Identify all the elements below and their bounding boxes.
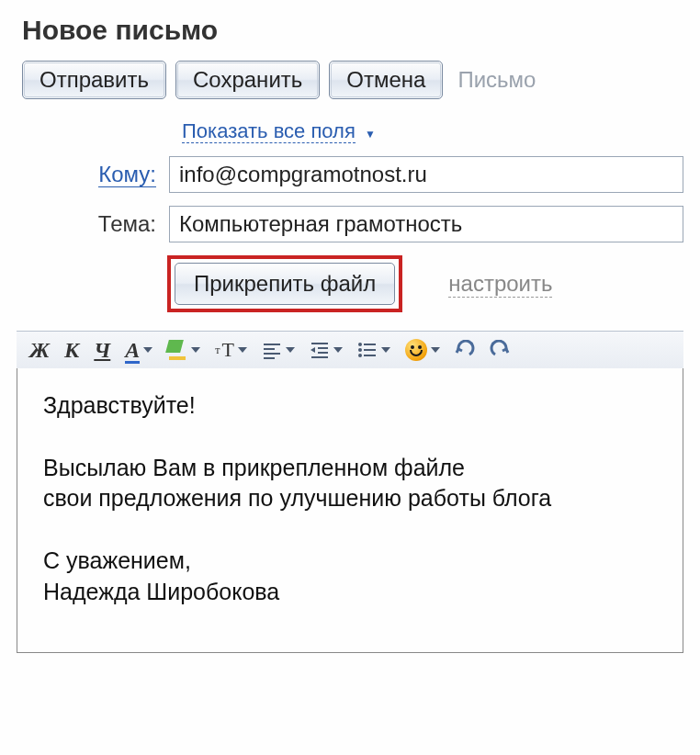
undo-icon xyxy=(455,340,475,360)
align-button[interactable] xyxy=(258,338,299,362)
cancel-button[interactable]: Отмена xyxy=(329,61,443,99)
font-size-button[interactable]: тТ xyxy=(211,338,251,362)
highlight-icon xyxy=(167,340,187,360)
editor-toolbar: Ж К Ч А тТ xyxy=(17,331,683,368)
font-color-icon: А xyxy=(125,339,140,361)
show-all-fields-link[interactable]: Показать все поля xyxy=(182,119,356,143)
caret-icon xyxy=(431,347,440,353)
main-toolbar: Отправить Сохранить Отмена Письмо xyxy=(22,61,683,99)
chevron-down-icon: ▼ xyxy=(365,128,376,141)
undo-button[interactable] xyxy=(451,338,479,362)
svg-marker-8 xyxy=(310,347,315,353)
caret-icon xyxy=(238,347,247,353)
message-body[interactable]: Здравствуйте! Высылаю Вам в прикрепленно… xyxy=(17,368,683,653)
subject-input[interactable] xyxy=(169,206,683,242)
caret-icon xyxy=(191,347,200,353)
configure-link[interactable]: настроить xyxy=(448,271,552,298)
caret-icon xyxy=(381,347,390,353)
emoji-icon xyxy=(405,339,427,361)
attach-file-button[interactable]: Прикрепить файл xyxy=(175,263,395,305)
to-label-link[interactable]: Кому: xyxy=(98,162,156,187)
list-icon xyxy=(357,340,378,360)
redo-button[interactable] xyxy=(486,338,514,362)
underline-icon: Ч xyxy=(94,339,110,361)
send-button[interactable]: Отправить xyxy=(22,61,166,99)
redo-icon xyxy=(490,340,510,360)
subject-label: Тема: xyxy=(22,211,169,237)
svg-point-12 xyxy=(358,343,362,346)
caret-icon xyxy=(333,347,343,353)
font-color-button[interactable]: А xyxy=(121,337,156,363)
svg-point-13 xyxy=(358,348,362,352)
page-title: Новое письмо xyxy=(22,15,683,46)
underline-button[interactable]: Ч xyxy=(90,337,114,363)
bold-button[interactable]: Ж xyxy=(26,337,53,363)
caret-icon xyxy=(143,347,152,353)
indent-icon xyxy=(310,340,330,360)
save-button[interactable]: Сохранить xyxy=(175,61,320,99)
align-icon xyxy=(262,340,282,360)
svg-point-14 xyxy=(358,354,362,357)
indent-button[interactable] xyxy=(306,338,346,362)
bold-icon: Ж xyxy=(29,339,50,361)
attach-highlight-box: Прикрепить файл xyxy=(167,255,402,312)
caret-icon xyxy=(286,347,295,353)
mode-label: Письмо xyxy=(457,67,536,93)
italic-button[interactable]: К xyxy=(61,337,83,363)
italic-icon: К xyxy=(64,339,79,361)
emoji-button[interactable] xyxy=(401,337,444,363)
list-button[interactable] xyxy=(354,338,394,362)
to-input[interactable] xyxy=(169,156,683,193)
highlight-color-button[interactable] xyxy=(164,338,204,362)
